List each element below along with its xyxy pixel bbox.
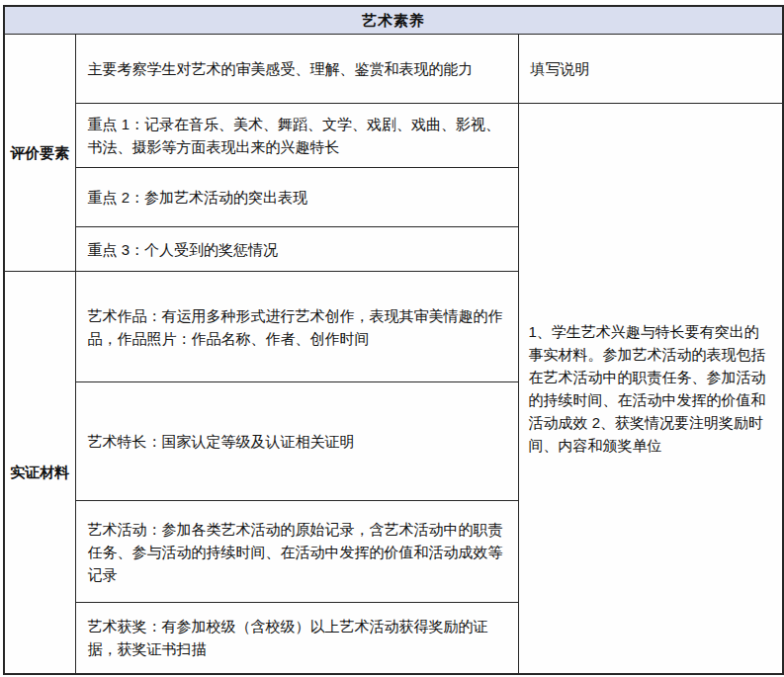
evidence-works-cell: 艺术作品：有运用多种形式进行艺术创作，表现其审美情趣的作品，作品照片：作品名称、… <box>75 272 518 382</box>
fill-instructions-label-cell: 填写说明 <box>518 35 783 104</box>
art-literacy-table: 艺术素养 评价要素 主要考察学生对艺术的审美感受、理解、鉴赏和表现的能力 填写说… <box>3 5 784 675</box>
evaluation-point-3-cell: 重点 3：个人受到的奖惩情况 <box>75 227 518 272</box>
fill-instructions-notes-cell: 1、学生艺术兴趣与特长要有突出的事实材料。参加艺术活动的表现包括在艺术活动中的职… <box>518 104 783 674</box>
evaluation-overview-cell: 主要考察学生对艺术的审美感受、理解、鉴赏和表现的能力 <box>75 35 518 104</box>
table-row: 评价要素 主要考察学生对艺术的审美感受、理解、鉴赏和表现的能力 填写说明 <box>4 35 783 104</box>
evidence-activity-cell: 艺术活动：参加各类艺术活动的原始记录，含艺术活动中的职责任务、参与活动的持续时间… <box>75 501 518 603</box>
table-header-row: 艺术素养 <box>4 6 783 35</box>
document-page: 艺术素养 评价要素 主要考察学生对艺术的审美感受、理解、鉴赏和表现的能力 填写说… <box>0 0 784 677</box>
evidence-specialty-cell: 艺术特长：国家认定等级及认证相关证明 <box>75 382 518 501</box>
evidence-awards-cell: 艺术获奖：有参加校级（含校级）以上艺术活动获得奖励的证据，获奖证书扫描 <box>75 603 518 674</box>
evaluation-point-1-cell: 重点 1：记录在音乐、美术、舞蹈、文学、戏剧、戏曲、影视、书法、摄影等方面表现出… <box>75 104 518 168</box>
row-group-label-evaluation: 评价要素 <box>4 35 75 272</box>
table-title: 艺术素养 <box>4 6 783 35</box>
row-group-label-evidence: 实证材料 <box>4 272 75 674</box>
table-row: 重点 1：记录在音乐、美术、舞蹈、文学、戏剧、戏曲、影视、书法、摄影等方面表现出… <box>4 104 783 168</box>
evaluation-point-2-cell: 重点 2：参加艺术活动的突出表现 <box>75 168 518 227</box>
